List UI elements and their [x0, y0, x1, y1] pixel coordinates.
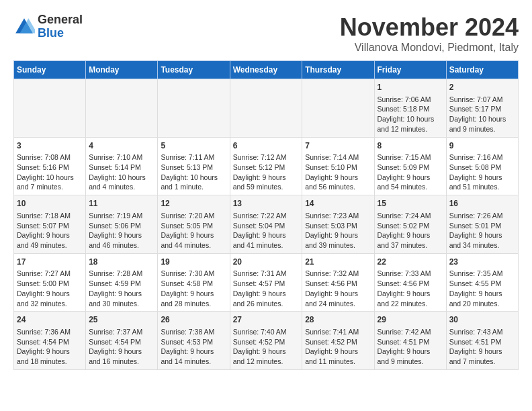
day-info: Sunrise: 7:10 AM Sunset: 5:14 PM Dayligh…: [89, 153, 146, 191]
day-number: 8: [378, 140, 443, 152]
calendar-cell: 17Sunrise: 7:27 AM Sunset: 5:00 PM Dayli…: [14, 253, 86, 312]
calendar-cell: 3Sunrise: 7:08 AM Sunset: 5:16 PM Daylig…: [14, 137, 86, 195]
calendar-week-2: 3Sunrise: 7:08 AM Sunset: 5:16 PM Daylig…: [14, 137, 519, 195]
day-info: Sunrise: 7:41 AM Sunset: 4:52 PM Dayligh…: [305, 328, 359, 365]
logo-blue: Blue: [38, 26, 64, 40]
day-info: Sunrise: 7:28 AM Sunset: 4:59 PM Dayligh…: [89, 269, 142, 307]
calendar-week-3: 10Sunrise: 7:18 AM Sunset: 5:07 PM Dayli…: [14, 195, 519, 254]
day-info: Sunrise: 7:14 AM Sunset: 5:10 PM Dayligh…: [305, 153, 359, 191]
day-number: 21: [305, 257, 371, 268]
calendar-week-5: 24Sunrise: 7:36 AM Sunset: 4:54 PM Dayli…: [14, 312, 519, 370]
day-number: 11: [89, 198, 154, 210]
col-friday: Friday: [374, 61, 446, 79]
calendar-cell: 23Sunrise: 7:35 AM Sunset: 4:55 PM Dayli…: [446, 253, 518, 312]
calendar-cell: 22Sunrise: 7:33 AM Sunset: 4:56 PM Dayli…: [374, 253, 446, 312]
calendar-table: Sunday Monday Tuesday Wednesday Thursday…: [13, 60, 519, 370]
day-info: Sunrise: 7:16 AM Sunset: 5:08 PM Dayligh…: [449, 153, 503, 191]
col-saturday: Saturday: [446, 61, 518, 79]
day-info: Sunrise: 7:24 AM Sunset: 5:02 PM Dayligh…: [378, 212, 431, 249]
day-info: Sunrise: 7:20 AM Sunset: 5:05 PM Dayligh…: [161, 212, 214, 249]
calendar-cell: 6Sunrise: 7:12 AM Sunset: 5:12 PM Daylig…: [230, 137, 302, 195]
day-info: Sunrise: 7:07 AM Sunset: 5:17 PM Dayligh…: [449, 95, 506, 133]
location: Villanova Mondovi, Piedmont, Italy: [340, 42, 519, 54]
day-number: 16: [449, 198, 515, 210]
day-number: 18: [89, 257, 154, 268]
calendar-cell: [302, 79, 374, 138]
calendar-cell: 5Sunrise: 7:11 AM Sunset: 5:13 PM Daylig…: [158, 137, 230, 195]
calendar-cell: 2Sunrise: 7:07 AM Sunset: 5:17 PM Daylig…: [446, 79, 518, 138]
day-info: Sunrise: 7:38 AM Sunset: 4:53 PM Dayligh…: [161, 328, 214, 365]
day-info: Sunrise: 7:31 AM Sunset: 4:57 PM Dayligh…: [233, 269, 287, 307]
day-info: Sunrise: 7:32 AM Sunset: 4:56 PM Dayligh…: [305, 269, 359, 307]
calendar-cell: 19Sunrise: 7:30 AM Sunset: 4:58 PM Dayli…: [158, 253, 230, 312]
day-number: 5: [161, 140, 226, 152]
day-number: 23: [449, 257, 515, 268]
calendar-cell: 25Sunrise: 7:37 AM Sunset: 4:54 PM Dayli…: [86, 312, 158, 370]
day-info: Sunrise: 7:40 AM Sunset: 4:52 PM Dayligh…: [233, 328, 287, 365]
logo: General Blue: [13, 13, 83, 40]
calendar-cell: 12Sunrise: 7:20 AM Sunset: 5:05 PM Dayli…: [158, 195, 230, 254]
calendar-cell: 1Sunrise: 7:06 AM Sunset: 5:18 PM Daylig…: [374, 79, 446, 138]
col-sunday: Sunday: [14, 61, 86, 79]
day-info: Sunrise: 7:23 AM Sunset: 5:03 PM Dayligh…: [305, 212, 359, 249]
col-tuesday: Tuesday: [158, 61, 230, 79]
day-number: 26: [161, 314, 226, 326]
calendar-cell: 7Sunrise: 7:14 AM Sunset: 5:10 PM Daylig…: [302, 137, 374, 195]
day-number: 28: [305, 314, 371, 326]
day-info: Sunrise: 7:43 AM Sunset: 4:51 PM Dayligh…: [449, 328, 503, 365]
day-number: 12: [161, 198, 226, 210]
logo-icon: [13, 16, 35, 38]
day-number: 4: [89, 140, 154, 152]
calendar-cell: 14Sunrise: 7:23 AM Sunset: 5:03 PM Dayli…: [302, 195, 374, 254]
day-number: 24: [17, 314, 83, 326]
calendar-cell: 21Sunrise: 7:32 AM Sunset: 4:56 PM Dayli…: [302, 253, 374, 312]
day-number: 29: [378, 314, 443, 326]
day-info: Sunrise: 7:06 AM Sunset: 5:18 PM Dayligh…: [378, 95, 435, 133]
calendar-week-1: 1Sunrise: 7:06 AM Sunset: 5:18 PM Daylig…: [14, 79, 519, 138]
day-info: Sunrise: 7:22 AM Sunset: 5:04 PM Dayligh…: [233, 212, 287, 249]
day-number: 14: [305, 198, 371, 210]
day-info: Sunrise: 7:27 AM Sunset: 5:00 PM Dayligh…: [17, 269, 71, 307]
day-number: 9: [449, 140, 515, 152]
calendar-body: 1Sunrise: 7:06 AM Sunset: 5:18 PM Daylig…: [14, 79, 519, 370]
col-monday: Monday: [86, 61, 158, 79]
day-number: 13: [233, 198, 300, 210]
calendar-cell: 24Sunrise: 7:36 AM Sunset: 4:54 PM Dayli…: [14, 312, 86, 370]
day-info: Sunrise: 7:35 AM Sunset: 4:55 PM Dayligh…: [449, 269, 503, 307]
day-number: 22: [378, 257, 443, 268]
calendar-cell: 27Sunrise: 7:40 AM Sunset: 4:52 PM Dayli…: [230, 312, 302, 370]
calendar-cell: 9Sunrise: 7:16 AM Sunset: 5:08 PM Daylig…: [446, 137, 518, 195]
day-number: 25: [89, 314, 154, 326]
day-number: 1: [378, 82, 443, 93]
day-number: 2: [449, 82, 515, 93]
page-header: General Blue November 2024 Villanova Mon…: [13, 13, 519, 54]
day-number: 17: [17, 257, 83, 268]
col-thursday: Thursday: [302, 61, 374, 79]
day-info: Sunrise: 7:18 AM Sunset: 5:07 PM Dayligh…: [17, 212, 71, 249]
logo-general: General: [38, 13, 83, 26]
logo-text: General Blue: [38, 13, 83, 40]
calendar-cell: 30Sunrise: 7:43 AM Sunset: 4:51 PM Dayli…: [446, 312, 518, 370]
day-info: Sunrise: 7:15 AM Sunset: 5:09 PM Dayligh…: [378, 153, 431, 191]
day-number: 19: [161, 257, 226, 268]
day-info: Sunrise: 7:37 AM Sunset: 4:54 PM Dayligh…: [89, 328, 142, 365]
calendar-cell: [230, 79, 302, 138]
day-info: Sunrise: 7:42 AM Sunset: 4:51 PM Dayligh…: [378, 328, 431, 365]
calendar-cell: [86, 79, 158, 138]
calendar-cell: 16Sunrise: 7:26 AM Sunset: 5:01 PM Dayli…: [446, 195, 518, 254]
day-info: Sunrise: 7:26 AM Sunset: 5:01 PM Dayligh…: [449, 212, 503, 249]
calendar-cell: 26Sunrise: 7:38 AM Sunset: 4:53 PM Dayli…: [158, 312, 230, 370]
calendar-cell: 29Sunrise: 7:42 AM Sunset: 4:51 PM Dayli…: [374, 312, 446, 370]
calendar-cell: 13Sunrise: 7:22 AM Sunset: 5:04 PM Dayli…: [230, 195, 302, 254]
calendar-week-4: 17Sunrise: 7:27 AM Sunset: 5:00 PM Dayli…: [14, 253, 519, 312]
day-info: Sunrise: 7:08 AM Sunset: 5:16 PM Dayligh…: [17, 153, 74, 191]
calendar-cell: 4Sunrise: 7:10 AM Sunset: 5:14 PM Daylig…: [86, 137, 158, 195]
day-number: 30: [449, 314, 515, 326]
day-number: 6: [233, 140, 300, 152]
day-number: 7: [305, 140, 371, 152]
day-info: Sunrise: 7:19 AM Sunset: 5:06 PM Dayligh…: [89, 212, 142, 249]
calendar-cell: [14, 79, 86, 138]
calendar-cell: 8Sunrise: 7:15 AM Sunset: 5:09 PM Daylig…: [374, 137, 446, 195]
calendar-cell: 20Sunrise: 7:31 AM Sunset: 4:57 PM Dayli…: [230, 253, 302, 312]
header-row: Sunday Monday Tuesday Wednesday Thursday…: [14, 61, 519, 79]
